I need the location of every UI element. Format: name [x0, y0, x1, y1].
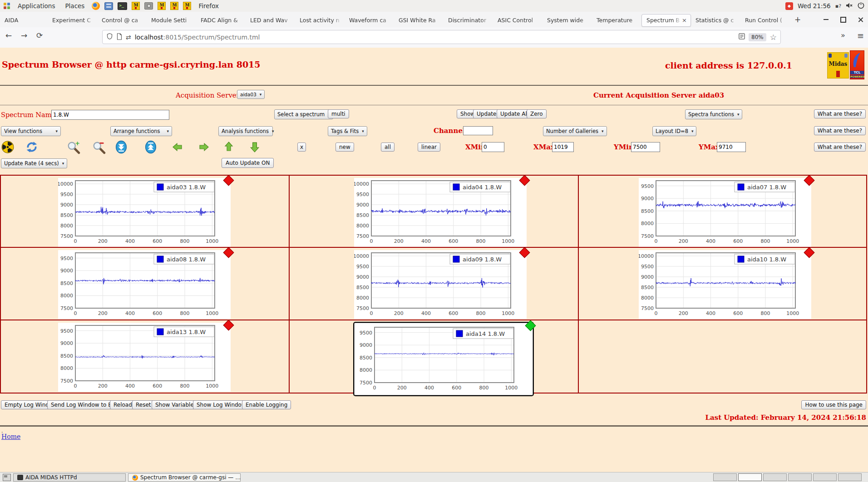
- task-aida-midas-httpd[interactable]: AIDA MIDAS HTTPd: [13, 473, 126, 482]
- midas-app-icon[interactable]: M: [158, 2, 166, 10]
- spectrum-plot-aida04[interactable]: 0200400600800100075008000850090009500100…: [354, 178, 527, 247]
- x-button[interactable]: x: [297, 143, 306, 152]
- tab-module-settings[interactable]: Module Setti: [147, 14, 196, 27]
- window-minimize-button[interactable]: [824, 19, 829, 20]
- network-status-icon[interactable]: ▪?: [835, 3, 841, 9]
- spectrum-plot-aida03[interactable]: 0200400600800100075008000850090009500100…: [58, 178, 231, 247]
- midas-app-icon[interactable]: M: [183, 2, 191, 10]
- tab-waveform-capture[interactable]: Waveform ca: [345, 14, 394, 27]
- zoom-out-icon[interactable]: [92, 141, 106, 154]
- spectrum-plot-aida14[interactable]: 0200400600800100075008000850090009500aid…: [354, 323, 533, 395]
- tab-control[interactable]: Control @ ca: [97, 14, 147, 27]
- what-are-these-button[interactable]: What are these?: [814, 143, 866, 152]
- tab-gsi-white-rabbit[interactable]: GSI White Ra: [394, 14, 444, 27]
- new-tab-button[interactable]: +: [790, 15, 805, 24]
- tracking-shield-icon[interactable]: [106, 33, 113, 41]
- radiation-icon[interactable]: [1, 141, 15, 154]
- update-button[interactable]: Update: [473, 109, 500, 118]
- connection-icon[interactable]: ⇄: [126, 34, 131, 41]
- bookmark-star-icon[interactable]: ☆: [770, 33, 777, 42]
- reader-mode-icon[interactable]: [739, 33, 745, 41]
- channel-input[interactable]: [463, 126, 493, 135]
- new-button[interactable]: new: [335, 143, 354, 152]
- ymax-input[interactable]: [717, 142, 746, 152]
- what-are-these-button[interactable]: What are these?: [814, 109, 866, 118]
- show-desktop-icon[interactable]: [3, 474, 11, 481]
- all-button[interactable]: all: [381, 143, 395, 152]
- xmax-input[interactable]: [552, 142, 574, 152]
- what-are-these-button[interactable]: What are these?: [814, 126, 866, 135]
- terminal-launcher-icon[interactable]: >_: [118, 2, 127, 10]
- page-info-icon[interactable]: [117, 33, 122, 41]
- acquisition-servers-select[interactable]: aida03▾: [237, 90, 265, 99]
- workspace-button[interactable]: [838, 473, 862, 481]
- linear-button[interactable]: linear: [418, 143, 440, 152]
- analysis-functions-select[interactable]: Analysis functions▾: [218, 126, 273, 136]
- xmin-input[interactable]: [482, 142, 504, 152]
- zero-button[interactable]: Zero: [527, 109, 547, 118]
- tab-led-waveform[interactable]: LED and Wav: [246, 14, 295, 27]
- tab-close-icon[interactable]: ×: [681, 17, 688, 24]
- reload-button[interactable]: ⟳: [36, 31, 43, 40]
- ymin-input[interactable]: [631, 142, 660, 152]
- how-to-use-button[interactable]: How to use this page: [801, 400, 866, 409]
- zoom-indicator[interactable]: 80%: [749, 33, 766, 41]
- tab-spectrum-browser[interactable]: Spectrum B×: [641, 14, 691, 27]
- volume-muted-icon[interactable]: [846, 2, 853, 10]
- file-manager-icon[interactable]: [104, 2, 113, 10]
- spectrum-plot-aida13[interactable]: 0200400600800100075008000850090009500aid…: [58, 323, 231, 392]
- url-bar[interactable]: ⇄ localhost:8015/Spectrum/Spectrum.tml 8…: [102, 30, 781, 44]
- firefox-launcher-icon[interactable]: [92, 2, 100, 10]
- view-functions-select[interactable]: View functions▾: [1, 126, 61, 136]
- task-spectrum-browser[interactable]: Spectrum Browser @ carme-gsi — …: [128, 473, 241, 482]
- workspace-button[interactable]: [713, 473, 737, 481]
- workspace-button[interactable]: [788, 473, 812, 481]
- tab-lost-activity[interactable]: Lost activity n: [295, 14, 345, 27]
- app-menu-icon[interactable]: ≡: [857, 31, 864, 40]
- arrow-left-icon[interactable]: [171, 142, 185, 155]
- spectrum-plot-aida09[interactable]: 0200400600800100075008000850090009500100…: [354, 250, 527, 319]
- collapse-vertical-icon[interactable]: [115, 140, 129, 154]
- arrow-down-icon[interactable]: [249, 140, 262, 154]
- number-of-galleries-select[interactable]: Number of Galleries▾: [543, 126, 607, 136]
- notification-indicator-icon[interactable]: ◆: [785, 2, 793, 10]
- firefox-window-menu[interactable]: Firefox: [196, 2, 222, 10]
- tab-fadc-align[interactable]: FADC Align &: [196, 14, 246, 27]
- workspace-button[interactable]: [813, 473, 837, 481]
- tab-asic-control[interactable]: ASIC Control: [493, 14, 542, 27]
- overflow-menu-icon[interactable]: »: [841, 31, 845, 39]
- back-button[interactable]: ←: [5, 31, 12, 40]
- update-rate-select[interactable]: Update Rate (4 secs)▾: [1, 158, 67, 168]
- spectrum-plot-aida08[interactable]: 0200400600800100075008000850090009500aid…: [58, 250, 231, 319]
- expand-vertical-icon[interactable]: [145, 140, 158, 154]
- zoom-in-icon[interactable]: +: [67, 141, 80, 154]
- home-link[interactable]: Home: [1, 433, 20, 440]
- clock[interactable]: Wed 21:56: [798, 2, 831, 10]
- tab-discriminator[interactable]: Discriminator: [444, 14, 493, 27]
- layout-id-select[interactable]: Layout ID=8▾: [652, 126, 696, 136]
- refresh-icon[interactable]: [25, 141, 39, 154]
- arrow-up-icon[interactable]: [223, 140, 237, 154]
- workspace-button[interactable]: [763, 473, 787, 481]
- tab-aida[interactable]: AIDA: [0, 14, 48, 27]
- spectrum-name-input[interactable]: [51, 110, 169, 120]
- applications-menu[interactable]: Applications: [15, 2, 58, 10]
- tab-statistics[interactable]: Statistics @ c: [691, 14, 740, 27]
- tab-system-wide[interactable]: System wide: [542, 14, 592, 27]
- enable-logging-button[interactable]: Enable Logging: [242, 400, 291, 409]
- window-maximize-button[interactable]: [840, 17, 846, 23]
- multi-button[interactable]: multi: [328, 109, 349, 118]
- spectrum-plot-aida07[interactable]: 0200400600800100075008000850090009500aid…: [639, 178, 811, 247]
- show-log-window-button[interactable]: Show Log Window: [193, 400, 250, 409]
- spectrum-plot-aida10[interactable]: 0200400600800100075008000850090009500100…: [639, 250, 811, 319]
- power-icon[interactable]: [858, 2, 864, 10]
- places-menu[interactable]: Places: [62, 2, 87, 10]
- tab-temperature[interactable]: Temperature: [592, 14, 641, 27]
- auto-update-button[interactable]: Auto Update ON: [222, 158, 274, 168]
- forward-button[interactable]: →: [21, 31, 27, 40]
- midas-app-icon[interactable]: M: [170, 2, 178, 10]
- spectra-functions-select[interactable]: Spectra functions▾: [685, 109, 742, 119]
- tab-run-control[interactable]: Run Control (: [740, 14, 790, 27]
- arrange-functions-select[interactable]: Arrange functions▾: [110, 126, 172, 136]
- window-close-button[interactable]: [858, 17, 863, 22]
